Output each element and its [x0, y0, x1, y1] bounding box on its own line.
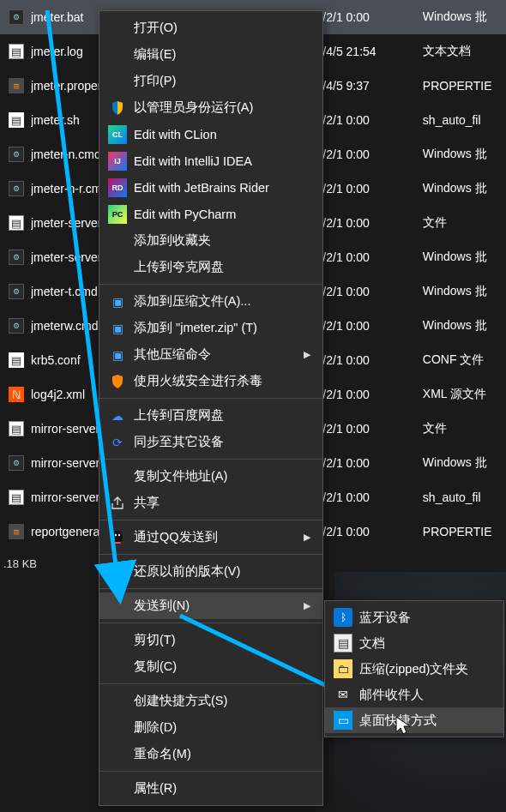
menu-copy[interactable]: 复制(C): [99, 653, 322, 680]
file-type: Windows 批: [423, 318, 506, 334]
menu-open[interactable]: 打开(O): [99, 15, 322, 41]
menu-label: 上传到夸克网盘: [134, 259, 224, 275]
separator: [99, 520, 322, 520]
file-icon: ⚙: [9, 318, 24, 334]
status-bar: .18 KB: [0, 557, 37, 570]
menu-sync[interactable]: ⟳同步至其它设备: [99, 429, 322, 455]
file-type: 文本文档: [423, 44, 506, 59]
menu-copy-path[interactable]: 复制文件地址(A): [99, 463, 322, 490]
shield-icon: [108, 99, 127, 117]
intellij-icon: IJ: [108, 152, 127, 171]
blank-icon: [108, 45, 127, 64]
file-icon: ⚙: [9, 455, 24, 471]
file-type: Windows 批: [423, 181, 506, 196]
blank-icon: [108, 658, 127, 677]
file-icon: ≡: [9, 524, 24, 539]
menu-cut[interactable]: 剪切(T): [99, 627, 322, 653]
menu-runas-admin[interactable]: 以管理员身份运行(A): [99, 94, 322, 121]
svg-point-3: [118, 533, 120, 536]
zip-icon: ▣: [108, 319, 127, 338]
file-icon: ▤: [9, 112, 24, 128]
blank-icon: [108, 631, 127, 650]
file-icon: ⚙: [9, 284, 24, 299]
menu-pycharm[interactable]: PCEdit with PyCharm: [99, 201, 322, 227]
desktop-icon: ▭: [334, 711, 352, 730]
menu-edit[interactable]: 编辑(E): [99, 41, 322, 68]
menu-label: 复制(C): [134, 659, 177, 675]
menu-label: 使用火绒安全进行杀毒: [134, 373, 262, 389]
sendto-bluetooth[interactable]: ᛒ蓝牙设备: [325, 604, 503, 630]
menu-label: 同步至其它设备: [134, 434, 224, 450]
menu-label: 压缩(zipped)文件夹: [359, 661, 468, 677]
sendto-desktop-shortcut[interactable]: ▭桌面快捷方式: [325, 707, 503, 733]
file-type: XML 源文件: [423, 387, 506, 402]
file-icon: ⚙: [9, 147, 24, 162]
menu-label: Edit with CLion: [134, 128, 217, 141]
share-icon: [108, 494, 127, 513]
blank-icon: [108, 562, 127, 581]
mail-icon: ✉: [334, 685, 352, 704]
menu-label: 编辑(E): [134, 46, 176, 63]
menu-label: 删除(D): [134, 719, 177, 736]
menu-label: Edit with JetBrains Rider: [134, 181, 269, 195]
menu-label: 打开(O): [134, 20, 178, 36]
file-icon: ⚙: [9, 181, 24, 196]
menu-zip-other[interactable]: ▣其他压缩命令▶: [99, 341, 322, 368]
chevron-right-icon: ▶: [304, 349, 310, 360]
menu-properties[interactable]: 属性(R): [99, 775, 322, 802]
menu-create-shortcut[interactable]: 创建快捷方式(S): [99, 688, 322, 714]
baidu-icon: ☁: [108, 406, 127, 425]
menu-label: 文档: [359, 635, 385, 652]
sendto-submenu: ᛒ蓝牙设备 ▤文档 🗀压缩(zipped)文件夹 ✉邮件收件人 ▭桌面快捷方式: [324, 600, 504, 737]
menu-rider[interactable]: RDEdit with JetBrains Rider: [99, 174, 322, 201]
file-icon: ▤: [9, 215, 24, 231]
menu-add-favorite[interactable]: 添加到收藏夹: [99, 227, 322, 254]
svg-point-1: [113, 532, 122, 538]
file-type: sh_auto_fil: [423, 490, 506, 504]
separator: [99, 284, 322, 285]
sendto-documents[interactable]: ▤文档: [325, 630, 503, 656]
menu-print[interactable]: 打印(P): [99, 68, 322, 94]
document-icon: ▤: [334, 634, 352, 653]
menu-label: 打印(P): [134, 73, 176, 89]
menu-label: 上传到百度网盘: [134, 407, 224, 424]
menu-label: 共享: [134, 495, 160, 511]
menu-qq-send[interactable]: 通过QQ发送到▶: [99, 524, 322, 550]
menu-label: 复制文件地址(A): [134, 468, 227, 484]
menu-label: 通过QQ发送到: [134, 529, 218, 545]
menu-zip-to[interactable]: ▣添加到 "jmeter.zip" (T): [99, 315, 322, 341]
menu-clion[interactable]: CLEdit with CLion: [99, 121, 322, 147]
file-icon: ≡: [9, 78, 24, 93]
menu-rename[interactable]: 重命名(M): [99, 741, 322, 767]
menu-label: 发送到(N): [134, 598, 190, 614]
menu-restore-version[interactable]: 还原以前的版本(V): [99, 558, 322, 585]
menu-huorong-scan[interactable]: 使用火绒安全进行杀毒: [99, 368, 322, 394]
blank-icon: [108, 72, 127, 91]
blank-icon: [108, 745, 127, 764]
menu-send-to[interactable]: 发送到(N)▶: [99, 592, 322, 619]
separator: [99, 398, 322, 399]
chevron-right-icon: ▶: [304, 600, 310, 611]
menu-upload-quark[interactable]: 上传到夸克网盘: [99, 254, 322, 280]
file-type: PROPERTIE: [423, 525, 506, 538]
separator: [99, 588, 322, 589]
bluetooth-icon: ᛒ: [334, 608, 352, 627]
huorong-icon: [108, 372, 127, 391]
menu-zip-add[interactable]: ▣添加到压缩文件(A)...: [99, 288, 322, 315]
file-type: 文件: [423, 215, 506, 231]
context-menu: 打开(O) 编辑(E) 打印(P) 以管理员身份运行(A) CLEdit wit…: [99, 10, 323, 806]
svg-point-2: [115, 533, 117, 536]
sendto-zip[interactable]: 🗀压缩(zipped)文件夹: [325, 656, 503, 682]
menu-delete[interactable]: 删除(D): [99, 714, 322, 741]
menu-intellij[interactable]: IJEdit with IntelliJ IDEA: [99, 147, 322, 174]
file-type: CONF 文件: [423, 352, 506, 368]
sendto-mail[interactable]: ✉邮件收件人: [325, 682, 503, 707]
file-type: PROPERTIE: [423, 79, 506, 93]
menu-upload-baidu[interactable]: ☁上传到百度网盘: [99, 402, 322, 429]
menu-label: 添加到 "jmeter.zip" (T): [134, 320, 257, 336]
blank-icon: [108, 258, 127, 277]
file-type: Windows 批: [423, 284, 506, 299]
menu-label: 属性(R): [134, 780, 177, 797]
menu-label: 桌面快捷方式: [359, 713, 437, 729]
menu-share[interactable]: 共享: [99, 490, 322, 516]
